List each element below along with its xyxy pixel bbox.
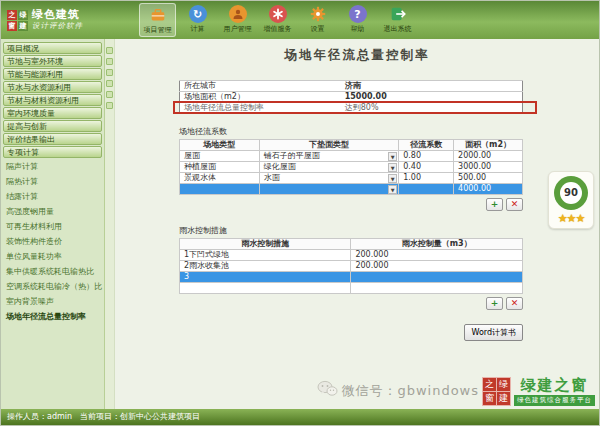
sidebar-item-project-overview[interactable]: 项目概况 — [3, 42, 102, 54]
toolbar-label: 项目管理 — [144, 25, 172, 35]
area-cell[interactable]: 3000.00 — [454, 162, 523, 173]
splitter[interactable] — [105, 39, 115, 409]
table-row: 种植屋面 绿化屋面▼ 0.40 3000.00 — [180, 162, 523, 173]
user-icon — [229, 5, 247, 23]
sidebar-item-innovation[interactable]: 提高与创新 — [3, 120, 102, 132]
body-row: 项目概况 节地与室外环境 节能与能源利用 节水与水资源利用 节材与材料资源利用 … — [1, 39, 599, 409]
add-row-button[interactable]: + — [486, 297, 503, 310]
main-content: 场地年径流总量控制率 所在城市 济南 场地面积（m2） 15000.00 — [115, 39, 599, 409]
sidebar-link-sound-insulation[interactable]: 隔声计算 — [1, 159, 104, 174]
chevron-down-icon[interactable]: ▼ — [388, 163, 397, 172]
page-title: 场地年径流总量控制率 — [115, 47, 599, 64]
seal-char: 建 — [497, 392, 510, 405]
app-title: 绿色建筑 — [32, 9, 83, 21]
dropdown-value: 铺石子的平屋面 — [264, 151, 320, 160]
brand-tagline: 绿色建筑综合服务平台 — [514, 395, 595, 406]
sidebar-link-unit-fan-power[interactable]: 单位风量耗功率 — [1, 249, 104, 264]
table-header-row: 雨水控制措施 雨水控制量（m3） — [180, 239, 523, 250]
status-text: 操作人员：admin 当前项目：创新中心公共建筑项目 — [7, 412, 200, 421]
gear-icon — [309, 5, 327, 23]
surface-type-dropdown[interactable]: ▼ — [259, 184, 399, 195]
site-type-cell[interactable] — [180, 184, 260, 195]
summary-label: 场地年径流总量控制率 — [180, 103, 341, 114]
volume-cell[interactable]: 200.000 — [351, 261, 523, 272]
toolbar-user-management[interactable]: 用户管理 — [219, 3, 256, 37]
sidebar-link-high-strength-steel[interactable]: 高强度钢用量 — [1, 204, 104, 219]
summary-section: 所在城市 济南 场地面积（m2） 15000.00 场地年径流总量控制率 达到8… — [179, 80, 523, 114]
area-cell[interactable]: 500.00 — [454, 173, 523, 184]
chevron-down-icon[interactable]: ▼ — [388, 185, 397, 194]
sidebar-item-special-calc[interactable]: 专项计算 — [3, 146, 102, 158]
sidebar-link-ac-echr[interactable]: 空调系统耗电输冷（热）比 — [1, 279, 104, 294]
chevron-down-icon[interactable]: ▼ — [388, 152, 397, 161]
sidebar-item-result-output[interactable]: 评价结果输出 — [3, 133, 102, 145]
sidebar-link-heat-insulation[interactable]: 隔热计算 — [1, 174, 104, 189]
area-cell[interactable]: 2000.00 — [454, 151, 523, 162]
site-type-cell[interactable]: 景观水体 — [180, 173, 260, 184]
surface-type-dropdown[interactable]: 绿化屋面▼ — [259, 162, 399, 173]
sidebar-item-indoor-env[interactable]: 室内环境质量 — [3, 107, 102, 119]
summary-value: 达到80% — [341, 103, 523, 114]
watermark: 微信号：gbwindows 之绿窗建 绿建之窗 绿色建筑综合服务平台 — [316, 376, 595, 406]
add-row-button[interactable]: + — [486, 198, 503, 211]
refresh-icon: ↻ — [189, 5, 207, 23]
area-cell[interactable]: 4000.00 — [454, 184, 523, 195]
measure-cell[interactable]: 2雨水收集池 — [180, 261, 351, 272]
toolbar-label: 帮助 — [351, 24, 365, 34]
score-circle: 90 — [554, 176, 588, 210]
toolbar-label: 设置 — [311, 24, 325, 34]
seal-char: 之 — [483, 378, 496, 391]
summary-table: 所在城市 济南 场地面积（m2） 15000.00 场地年径流总量控制率 达到8… — [179, 80, 523, 114]
wechat-id-text: 微信号：gbwindows — [341, 382, 479, 400]
summary-value: 济南 — [341, 81, 523, 92]
toolbar-project-management[interactable]: 项目管理 — [139, 3, 176, 37]
site-type-cell[interactable]: 种植屋面 — [180, 162, 260, 173]
toolbar-exit-system[interactable]: 退出系统 — [379, 3, 416, 37]
seal-char: 窗 — [483, 392, 496, 405]
sidebar-item-energy[interactable]: 节能与能源利用 — [3, 68, 102, 80]
sidebar-link-renewable-materials[interactable]: 可再生材料利用 — [1, 219, 104, 234]
toolbar-settings[interactable]: 设置 — [299, 3, 336, 37]
sidebar-link-indoor-noise[interactable]: 室内背景噪声 — [1, 294, 104, 309]
volume-cell[interactable] — [351, 272, 523, 283]
coefficient-cell[interactable]: 0.80 — [399, 151, 454, 162]
table-row-selected: 3 — [180, 272, 523, 283]
table-row: 景观水体 水面▼ 1.00 500.00 — [180, 173, 523, 184]
measure-cell[interactable]: 1下凹式绿地 — [180, 250, 351, 261]
sidebar-item-water[interactable]: 节水与水资源利用 — [3, 81, 102, 93]
column-header: 下垫面类型 — [259, 140, 399, 151]
coefficient-cell[interactable] — [399, 184, 454, 195]
coefficient-cell[interactable]: 0.40 — [399, 162, 454, 173]
site-type-cell[interactable]: 屋面 — [180, 151, 260, 162]
table-header-row: 场地类型 下垫面类型 径流系数 面积（m2） — [180, 140, 523, 151]
surface-type-dropdown[interactable]: 铺石子的平屋面▼ — [259, 151, 399, 162]
sidebar-link-heating-ehr[interactable]: 集中供暖系统耗电输热比 — [1, 264, 104, 279]
measure-cell[interactable]: 3 — [180, 272, 351, 283]
summary-label: 场地面积（m2） — [180, 92, 341, 103]
seal-char: 建 — [18, 21, 28, 31]
toolbar-calculate[interactable]: ↻ 计算 — [179, 3, 216, 37]
toolbar-value-added-services[interactable]: 增值服务 — [259, 3, 296, 37]
volume-cell[interactable] — [351, 283, 523, 294]
word-report-button[interactable]: Word计算书 — [464, 324, 523, 341]
sidebar-link-decorative-cost[interactable]: 装饰性构件造价 — [1, 234, 104, 249]
sidebar-item-land-outdoor[interactable]: 节地与室外环境 — [3, 55, 102, 67]
delete-row-button[interactable]: ✕ — [506, 198, 523, 211]
sidebar-link-runoff-control[interactable]: 场地年径流总量控制率 — [1, 309, 104, 324]
dropdown-value: 绿化屋面 — [264, 162, 296, 171]
coefficient-cell[interactable]: 1.00 — [399, 173, 454, 184]
briefcase-icon — [149, 6, 167, 24]
surface-type-dropdown[interactable]: 水面▼ — [259, 173, 399, 184]
seal-char: 绿 — [497, 378, 510, 391]
delete-row-button[interactable]: ✕ — [506, 297, 523, 310]
sidebar-link-condensation[interactable]: 结露计算 — [1, 189, 104, 204]
topbar: 之绿窗建 绿色建筑 设计评价软件 项目管理 ↻ 计算 用 — [1, 1, 599, 39]
brand-logo: 绿建之窗 绿色建筑综合服务平台 — [514, 376, 595, 406]
sidebar-item-materials[interactable]: 节材与材料资源利用 — [3, 94, 102, 106]
table-row — [180, 283, 523, 294]
toolbar-help[interactable]: ? 帮助 — [339, 3, 376, 37]
chevron-down-icon[interactable]: ▼ — [388, 174, 397, 183]
measure-cell[interactable] — [180, 283, 351, 294]
volume-cell[interactable]: 200.000 — [351, 250, 523, 261]
toolbar-label: 计算 — [191, 24, 205, 34]
